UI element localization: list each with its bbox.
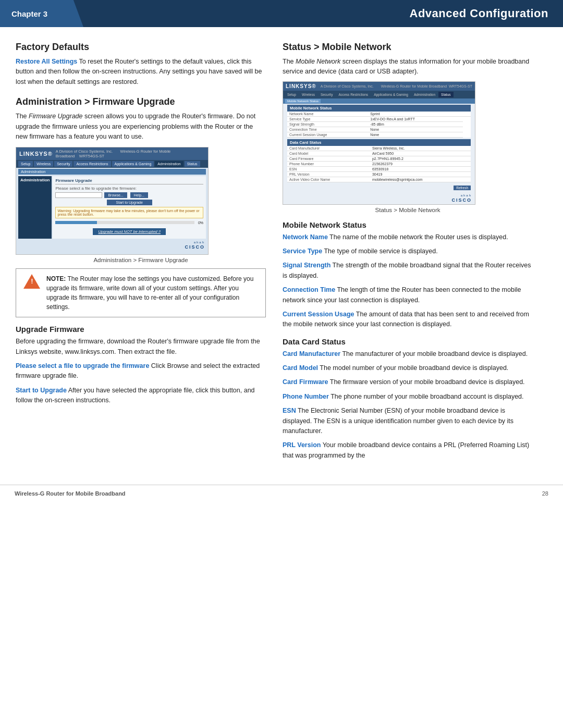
service-type-label: Service Type: [283, 248, 322, 255]
table-cell-value: 1xEV-DO Rev.A and 1xRTT: [368, 116, 462, 121]
nav-applications[interactable]: Applications & Gaming: [112, 161, 154, 167]
status-product: Wireless-G Router for Mobile Broadband W…: [381, 84, 472, 88]
help-button[interactable]: Help...: [130, 192, 148, 198]
esn-para: ESN The Electronic Serial Number (ESN) o…: [283, 406, 533, 436]
nav-access[interactable]: Access Restrictions: [74, 161, 111, 167]
network-name-text: The name of the mobile network the Route…: [328, 233, 508, 241]
table-row: Phone Number2156262379: [287, 161, 471, 166]
table-row: Service Type1xEV-DO Rev.A and 1xRTT: [287, 116, 471, 121]
table-cell-label: Card Firmware: [287, 156, 370, 161]
upgrade-not-interrupted-label: Upgrade must NOT be interrupted !!: [93, 228, 166, 235]
factory-defaults-text: Restore All Settings To reset the Router…: [16, 57, 266, 87]
table-row: PRL Version30419: [287, 171, 471, 177]
esn-label: ESN: [283, 407, 296, 414]
status-ui: LINKSYS® A Division of Cisco Systems, In…: [283, 82, 475, 204]
note-icon-container: !: [22, 274, 41, 285]
restore-all-settings-link[interactable]: Restore All Settings: [16, 58, 77, 65]
status-header: LINKSYS® A Division of Cisco Systems, In…: [283, 82, 475, 91]
warning-exclamation: !: [31, 277, 33, 285]
chapter-text: Chapter 3: [11, 9, 47, 18]
status-nav-security[interactable]: Security: [318, 92, 335, 97]
table-cell-value: None: [368, 132, 462, 137]
table-cell-label: Connection Time: [287, 127, 368, 132]
card-firmware-label: Card Firmware: [283, 378, 328, 386]
table-row: Active Video Color Namemobilewireless@sp…: [287, 177, 471, 182]
start-upgrade-row: Start to Upgrade: [55, 200, 203, 205]
firmware-upgrade-panel: Firmware Upgrade Please select a file to…: [53, 176, 206, 239]
page-title: Advanced Configuration: [83, 0, 563, 27]
upgrade-firmware-intro: Before upgrading the firmware, download …: [16, 337, 266, 357]
network-name-label: Network Name: [283, 233, 328, 241]
start-upgrade-button[interactable]: Start to Upgrade: [107, 200, 152, 205]
browse-button[interactable]: Browse...: [104, 192, 127, 198]
table-cell-label: Current Session Usage: [287, 132, 368, 137]
prl-label: PRL Version: [283, 441, 321, 449]
table-cell-value: 63530918: [370, 166, 471, 171]
manufacturer-text: The manufacturer of your mobile broadban…: [340, 350, 528, 357]
table-cell-label: Network Name: [287, 112, 368, 117]
table-cell-label: Phone Number: [287, 161, 370, 166]
status-nav-bar: Setup Wireless Security Access Restricti…: [283, 91, 475, 98]
card-model-text: The model number of your mobile broadban…: [318, 364, 508, 372]
table-row: Network NameSprint: [287, 112, 471, 117]
note-label: NOTE:: [46, 275, 66, 282]
select-file-link[interactable]: Please select a file to upgrade the firm…: [16, 362, 149, 369]
nav-admin[interactable]: Administration: [155, 161, 183, 167]
mobile-network-table: Network NameSprint Service Type1xEV-DO R…: [287, 112, 471, 138]
esn-text: The Electronic Serial Number (ESN) of yo…: [283, 407, 513, 435]
status-screenshot-box: LINKSYS® A Division of Cisco Systems, In…: [283, 81, 475, 205]
footer-product-name: Wireless-G Router for Mobile Broadband: [15, 490, 126, 497]
refresh-row: Refresh: [285, 183, 473, 192]
upgrade-warning-row: Upgrade must NOT be interrupted !!: [55, 227, 203, 237]
table-cell-label: Service Type: [287, 116, 368, 121]
firmware-file-input[interactable]: [55, 192, 102, 198]
nav-status[interactable]: Status: [185, 161, 200, 167]
status-nav-access[interactable]: Access Restrictions: [336, 92, 371, 97]
phone-number-para: Phone Number The phone number of your mo…: [283, 392, 533, 402]
signal-strength-label: Signal Strength: [283, 262, 331, 269]
connection-time-para: Connection Time The length of time the R…: [283, 285, 533, 305]
status-inner-mobile[interactable]: Mobile Network Status: [285, 99, 321, 103]
linksys-header: LINKSYS® A Division of Cisco Systems, In…: [16, 147, 208, 160]
table-cell-label: Card Manufacturer: [287, 146, 370, 151]
table-row: Card ModelAirCard 5950: [287, 151, 471, 156]
table-cell-value: mobilewireless@sprintpca.com: [370, 177, 471, 182]
status-nav-status[interactable]: Status: [438, 92, 453, 97]
table-cell-value: 30419: [370, 171, 471, 177]
status-nav-setup[interactable]: Setup: [285, 92, 299, 97]
page-footer: Wireless-G Router for Mobile Broadband 2…: [0, 485, 563, 502]
title-text: Advanced Configuration: [410, 7, 548, 20]
card-model-para: Card Model The model number of your mobi…: [283, 363, 533, 373]
nav-setup[interactable]: Setup: [18, 161, 33, 167]
factory-defaults-heading: Factory Defaults: [16, 42, 266, 53]
start-upgrade-link[interactable]: Start to Upgrade: [16, 387, 67, 394]
service-type-text: The type of mobile service is displayed.: [322, 248, 437, 255]
refresh-button[interactable]: Refresh: [454, 186, 471, 190]
firmware-upgrade-intro: The Firmware Upgrade screen allows you t…: [16, 112, 266, 142]
status-nav-wireless[interactable]: Wireless: [299, 92, 317, 97]
card-model-label: Card Model: [283, 364, 318, 372]
table-cell-value: p2.7PHN1-89945.2: [370, 156, 471, 161]
status-nav-admin[interactable]: Administration: [411, 92, 438, 97]
status-nav-gaming[interactable]: Applications & Gaming: [371, 92, 411, 97]
admin-screenshot-caption: Administration > Firmware Upgrade: [16, 257, 266, 263]
status-mobile-network-intro: The Mobile Network screen displays the s…: [283, 57, 533, 77]
data-card-table: Card ManufacturerSierra Wireless, Inc. C…: [287, 146, 471, 182]
table-cell-value: 2156262379: [370, 161, 471, 166]
progress-bar: [55, 221, 97, 224]
firmware-upgrade-heading: Administration > Firmware Upgrade: [16, 96, 266, 107]
linksys-brand: LINKSYS®: [19, 151, 53, 157]
cisco-logo: ahah CISCO: [185, 241, 205, 250]
page-content: Factory Defaults Restore All Settings To…: [0, 27, 563, 479]
progress-bar-container: [55, 221, 194, 224]
table-cell-label: Active Video Color Name: [287, 177, 370, 182]
data-card-status-heading: Data Card Status: [283, 337, 533, 346]
firmware-upgrade-label: Firmware Upgrade: [55, 178, 203, 184]
status-content: Mobile Network Status Network NameSprint…: [285, 105, 473, 192]
nav-wireless[interactable]: Wireless: [34, 161, 53, 167]
mobile-network-status-heading: Mobile Network Status: [283, 220, 533, 229]
nav-security[interactable]: Security: [54, 161, 72, 167]
connection-time-label: Connection Time: [283, 286, 335, 293]
firmware-file-label: Please select a file to upgrade the firm…: [55, 186, 137, 191]
table-cell-value: AirCard 5950: [370, 151, 471, 156]
